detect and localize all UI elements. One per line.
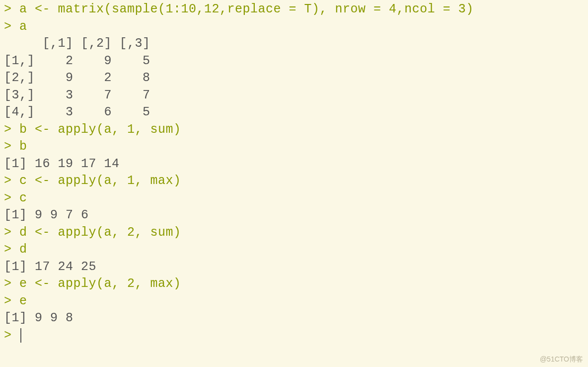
console-line-text: > c <- apply(a, 1, max) xyxy=(4,174,181,188)
console-line-text: > a xyxy=(4,19,27,34)
console-line-text: > b xyxy=(4,139,27,154)
console-line-text: > e <- apply(a, 2, max) xyxy=(4,276,181,291)
console-input-line: > c xyxy=(4,190,584,207)
console-line-text: [1] 17 24 25 xyxy=(4,260,96,274)
console-line-text: > e xyxy=(4,294,27,308)
console-output-line: [4,] 3 6 5 xyxy=(4,104,584,121)
console-input-line: > d <- apply(a, 2, sum) xyxy=(4,224,584,242)
watermark-text: @51CTO博客 xyxy=(540,355,583,364)
console-output-line: [,1] [,2] [,3] xyxy=(4,35,584,53)
r-console[interactable]: > a <- matrix(sample(1:10,12,replace = T… xyxy=(0,0,588,344)
console-line-text: > c xyxy=(4,191,27,205)
console-output-line: [1] 16 19 17 14 xyxy=(4,156,584,173)
cursor xyxy=(20,328,21,343)
console-output-line: [1] 17 24 25 xyxy=(4,259,584,276)
console-line-text: > a <- matrix(sample(1:10,12,replace = T… xyxy=(4,2,474,16)
console-input-line: > b <- apply(a, 1, sum) xyxy=(4,121,584,139)
console-line-text: > d <- apply(a, 2, sum) xyxy=(4,225,181,240)
console-line-text: [1] 9 9 7 6 xyxy=(4,208,89,222)
console-line-text: > d xyxy=(4,242,27,257)
console-line-text: [1] 16 19 17 14 xyxy=(4,157,120,171)
console-line-text: [,1] [,2] [,3] xyxy=(4,36,150,51)
console-input-line: > c <- apply(a, 1, max) xyxy=(4,173,584,190)
console-input-line: > a xyxy=(4,18,584,36)
console-line-text: > xyxy=(4,328,19,343)
console-input-line: > b xyxy=(4,138,584,156)
console-input-line: > xyxy=(4,327,584,345)
console-output-line: [1] 9 9 7 6 xyxy=(4,207,584,224)
console-line-text: > b <- apply(a, 1, sum) xyxy=(4,122,181,137)
console-input-line: > d xyxy=(4,241,584,259)
console-input-line: > e <- apply(a, 2, max) xyxy=(4,275,584,293)
console-output-line: [2,] 9 2 8 xyxy=(4,70,584,87)
console-line-text: [1,] 2 9 5 xyxy=(4,54,150,68)
console-line-text: [1] 9 9 8 xyxy=(4,311,74,325)
console-line-text: [3,] 3 7 7 xyxy=(4,88,150,102)
console-line-text: [4,] 3 6 5 xyxy=(4,105,150,119)
console-output-line: [1] 9 9 8 xyxy=(4,310,584,327)
console-input-line: > e xyxy=(4,293,584,310)
console-line-text: [2,] 9 2 8 xyxy=(4,71,150,85)
console-input-line: > a <- matrix(sample(1:10,12,replace = T… xyxy=(4,1,584,18)
console-output-line: [3,] 3 7 7 xyxy=(4,87,584,104)
console-output-line: [1,] 2 9 5 xyxy=(4,53,584,70)
